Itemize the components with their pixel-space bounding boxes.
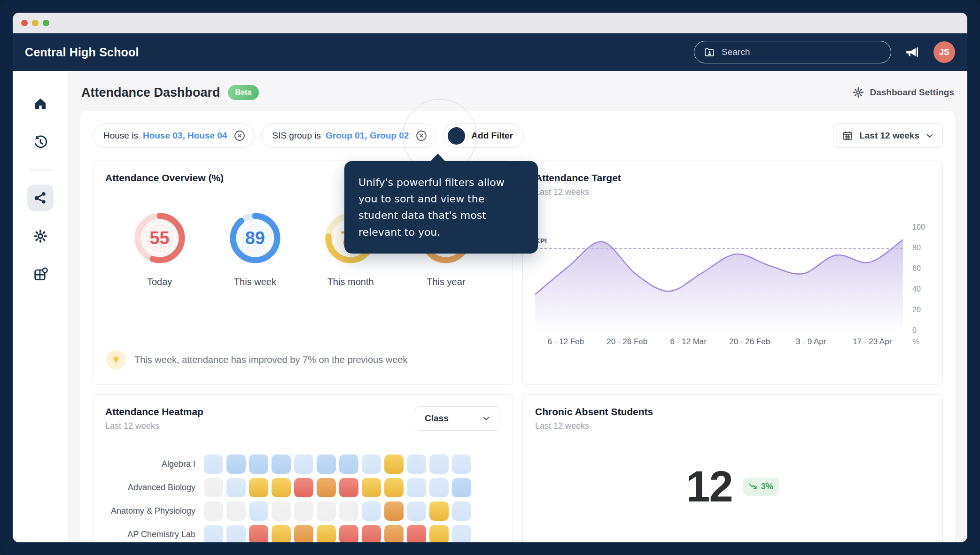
app-window: Central High School JS [13, 13, 967, 542]
user-avatar[interactable]: JS [933, 41, 955, 63]
filter-chip-label: SIS group is [272, 131, 321, 141]
sidebar [13, 71, 68, 542]
delta-value: 3% [761, 482, 773, 492]
card-subtitle: Last 12 weeks [535, 421, 930, 431]
heatmap-cell [384, 478, 404, 497]
zoom-window-button[interactable] [43, 20, 49, 26]
filter-chip-sis-group[interactable]: SIS group is Group 01, Group 02 [261, 123, 436, 148]
heatmap-cell [362, 525, 381, 542]
filter-chip-value: House 03, House 04 [143, 131, 227, 141]
remove-filter-icon[interactable] [233, 130, 246, 142]
close-window-button[interactable] [21, 20, 28, 26]
heatmap-cell [317, 525, 336, 542]
heatmap-cell [384, 455, 404, 474]
heatmap-cell [226, 501, 246, 521]
y-axis-tick: 20 [912, 306, 921, 314]
remove-filter-icon[interactable] [415, 130, 428, 142]
heatmap-cell [249, 478, 268, 497]
gear-icon [852, 86, 864, 99]
heatmap-cell [317, 501, 336, 521]
heatmap-cell [204, 455, 223, 474]
x-axis-label: 6 - 12 Feb [535, 337, 597, 347]
donut-gauge: 89This week [225, 208, 285, 287]
heatmap-row-label: Algebra I [105, 459, 204, 469]
heatmap-cell [204, 501, 223, 521]
heatmap-row: Advanced Biology [105, 478, 500, 497]
app-frame: Central High School JS [0, 0, 980, 555]
chevron-down-icon [926, 131, 934, 140]
sidebar-item-widgets[interactable] [27, 262, 54, 288]
heatmap-cell [452, 525, 471, 542]
heatmap-cell [429, 501, 449, 521]
x-axis-label: 3 - 9 Apr [780, 337, 842, 347]
heatmap-grid: Algebra IAdvanced BiologyAnatomy & Physi… [105, 455, 500, 542]
heatmap-cell [272, 478, 291, 497]
heatmap-cell [429, 525, 449, 542]
sidebar-item-home[interactable] [27, 91, 54, 117]
date-range-dropdown[interactable]: Last 12 weeks [833, 123, 943, 148]
widgets-icon [33, 267, 48, 282]
heatmap-cell [249, 501, 268, 521]
heatmap-cell [407, 455, 426, 474]
gear-icon [33, 229, 48, 244]
x-axis-labels: 6 - 12 Feb20 - 26 Feb6 - 12 Mar20 - 26 F… [535, 337, 903, 347]
heatmap-cell [204, 525, 223, 542]
lightbulb-icon [106, 350, 126, 370]
add-filter-plus-icon [448, 127, 465, 145]
sidebar-item-history[interactable] [27, 129, 54, 155]
dashboard-settings-button[interactable]: Dashboard Settings [852, 86, 954, 99]
heatmap-cell [339, 455, 358, 474]
calendar-icon [842, 130, 853, 141]
sidebar-item-analytics[interactable] [27, 185, 54, 211]
announcements-icon[interactable] [904, 44, 920, 60]
heatmap-cell [452, 478, 471, 497]
heatmap-cell [362, 501, 381, 521]
add-filter-button[interactable]: Add Filter [443, 123, 524, 148]
dashboard-settings-label: Dashboard Settings [870, 87, 954, 98]
filter-chip-house[interactable]: House is House 03, House 04 [93, 123, 255, 148]
heatmap-cell [362, 455, 381, 474]
heatmap-cell [226, 525, 246, 542]
heatmap-cell [384, 501, 404, 521]
heatmap-cell [294, 501, 313, 521]
heatmap-cell [384, 525, 404, 542]
trend-down-icon [749, 483, 758, 490]
heatmap-row-label: Advanced Biology [105, 483, 204, 493]
heatmap-cell [317, 455, 336, 474]
y-axis-ticks: 100806040200 [903, 227, 930, 331]
sidebar-item-settings[interactable] [27, 223, 54, 249]
heatmap-row: Algebra I [105, 455, 500, 474]
x-axis-label: 20 - 26 Feb [597, 337, 658, 347]
x-axis-label: 6 - 12 Mar [658, 337, 719, 347]
heatmap-row: Anatomy & Physiology [105, 501, 500, 521]
chevron-down-icon [482, 414, 490, 423]
search-box[interactable] [694, 41, 891, 63]
insight-row: This week, attendance has improved by 7%… [105, 348, 500, 373]
heatmap-row: AP Chemistry Lab [105, 525, 500, 542]
search-input[interactable] [722, 47, 881, 57]
heatmap-row-label: AP Chemistry Lab [105, 530, 204, 540]
dashboard-panel: House is House 03, House 04 SIS group is… [80, 111, 955, 542]
page-title: Attendance Dashboard [81, 85, 220, 100]
heatmap-cell [429, 455, 449, 474]
card-subtitle: Last 12 weeks [105, 421, 203, 431]
heatmap-cell [339, 525, 358, 542]
heatmap-cell [226, 478, 246, 497]
heatmap-groupby-dropdown[interactable]: Class [415, 406, 500, 431]
heatmap-cell [272, 525, 291, 542]
card-attendance-heatmap: Attendance Heatmap Last 12 weeks Class A… [93, 394, 513, 542]
coachmark-text: Unify's powerful filters allow you to so… [358, 177, 505, 238]
main-content: Attendance Dashboard Beta Dashboard Sett… [68, 71, 967, 542]
delta-badge: 3% [743, 478, 779, 496]
share-network-icon [33, 191, 47, 205]
filter-chip-value: Group 01, Group 02 [326, 131, 409, 141]
y-axis-tick: 60 [912, 264, 921, 273]
card-subtitle: Last 12 weeks [535, 187, 930, 197]
heatmap-cell [272, 501, 291, 521]
heatmap-cell [407, 501, 426, 521]
minimize-window-button[interactable] [32, 20, 39, 26]
heatmap-cell [452, 455, 471, 474]
sidebar-divider [29, 170, 52, 170]
heatmap-cell [362, 478, 381, 497]
date-range-label: Last 12 weeks [859, 131, 919, 141]
